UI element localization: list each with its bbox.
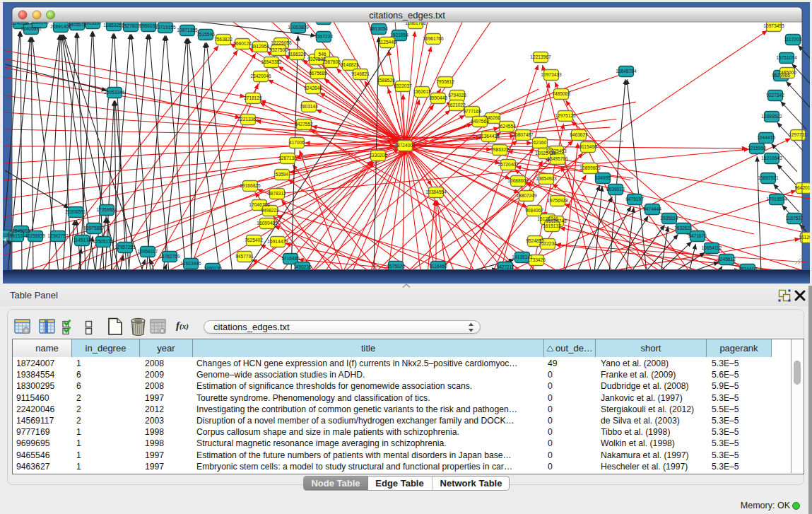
svg-text:1575026: 1575026 — [387, 264, 405, 269]
svg-text:8938913: 8938913 — [606, 187, 625, 192]
svg-text:10654112: 10654112 — [702, 245, 722, 250]
svg-text:15720407: 15720407 — [498, 162, 519, 167]
svg-text:12213369: 12213369 — [237, 117, 259, 122]
svg-text:10719155: 10719155 — [155, 25, 176, 30]
svg-text:8471676: 8471676 — [688, 233, 707, 238]
svg-text:9474444: 9474444 — [643, 206, 661, 211]
svg-text:5675685: 5675685 — [309, 71, 327, 76]
svg-text:9327500: 9327500 — [269, 47, 288, 52]
svg-text:1145134: 1145134 — [73, 238, 91, 243]
svg-text:12213967: 12213967 — [530, 54, 551, 59]
svg-text:12342757: 12342757 — [47, 233, 69, 238]
svg-text:3624554: 3624554 — [498, 124, 516, 129]
svg-text:1921854: 1921854 — [390, 33, 408, 37]
svg-text:1527602: 1527602 — [122, 23, 140, 28]
svg-text:1615132: 1615132 — [543, 223, 561, 228]
svg-text:10688609: 10688609 — [507, 178, 529, 183]
svg-text:1490236: 1490236 — [293, 264, 312, 269]
svg-text:9146821: 9146821 — [351, 71, 370, 76]
svg-text:19756928: 19756928 — [547, 198, 568, 203]
svg-text:3267130: 3267130 — [278, 156, 297, 160]
svg-text:12505135: 12505135 — [93, 239, 114, 244]
svg-text:10958117: 10958117 — [138, 249, 158, 254]
svg-text:417006: 417006 — [289, 140, 305, 145]
svg-text:12923446: 12923446 — [180, 261, 201, 266]
svg-text:9245612: 9245612 — [717, 257, 736, 262]
svg-text:15692921: 15692921 — [758, 175, 779, 180]
svg-text:12975125: 12975125 — [555, 113, 576, 118]
svg-text:19384554: 19384554 — [425, 189, 447, 194]
svg-text:546: 546 — [318, 52, 326, 57]
svg-text:5878312: 5878312 — [268, 191, 286, 196]
svg-text:6479197: 6479197 — [625, 197, 644, 201]
svg-text:17957255: 17957255 — [114, 245, 136, 250]
svg-text:11156829: 11156829 — [25, 233, 46, 238]
svg-text:16543382: 16543382 — [261, 59, 282, 64]
svg-text:10025438: 10025438 — [535, 151, 556, 156]
svg-text:12093522: 12093522 — [761, 114, 782, 119]
svg-text:2330205: 2330205 — [369, 153, 387, 158]
svg-text:21364436: 21364436 — [478, 134, 500, 139]
svg-text:53594: 53594 — [276, 172, 289, 177]
svg-text:16648784: 16648784 — [616, 69, 637, 74]
svg-text:62160: 62160 — [534, 140, 547, 145]
svg-text:26053346: 26053346 — [104, 90, 125, 95]
svg-text:16782759: 16782759 — [159, 254, 180, 259]
svg-text:6794028: 6794028 — [448, 93, 466, 98]
svg-text:9660124: 9660124 — [233, 41, 252, 46]
svg-text:13495796: 13495796 — [547, 156, 568, 161]
svg-text:1733426: 1733426 — [527, 257, 546, 262]
svg-text:104995: 104995 — [595, 175, 611, 180]
svg-text:1244415: 1244415 — [757, 135, 775, 140]
svg-text:10053809: 10053809 — [288, 25, 309, 30]
svg-text:16914479: 16914479 — [267, 239, 288, 244]
svg-text:citations_edges.txt: citations_edges.txt — [369, 10, 445, 21]
svg-text:2522234: 2522234 — [539, 241, 557, 246]
svg-text:2718126: 2718126 — [244, 95, 262, 100]
svg-text:9457791: 9457791 — [235, 254, 254, 259]
svg-text:7485000: 7485000 — [778, 70, 796, 75]
svg-text:1621022: 1621022 — [447, 103, 466, 107]
svg-text:93975887: 93975887 — [83, 226, 105, 230]
svg-text:1117203: 1117203 — [784, 37, 802, 42]
svg-text:2935114: 2935114 — [660, 216, 678, 221]
svg-text:9498222: 9498222 — [261, 208, 279, 213]
svg-text:7515546: 7515546 — [196, 32, 215, 37]
svg-text:3215958: 3215958 — [748, 146, 766, 151]
svg-text:10973493: 10973493 — [763, 23, 784, 28]
svg-text:9777169: 9777169 — [463, 109, 481, 114]
svg-text:10807487: 10807487 — [512, 132, 534, 137]
svg-text:1588520: 1588520 — [377, 78, 395, 83]
svg-text:1362615: 1362615 — [413, 89, 431, 94]
svg-text:8427552: 8427552 — [295, 122, 313, 127]
svg-text:7803144: 7803144 — [300, 104, 318, 109]
svg-text:19166825: 19166825 — [240, 183, 261, 188]
svg-text:7357224: 7357224 — [314, 34, 333, 39]
svg-text:9146821: 9146821 — [341, 62, 359, 67]
svg-text:9242848: 9242848 — [304, 86, 322, 90]
svg-text:18724007: 18724007 — [394, 143, 416, 148]
svg-text:9084067: 9084067 — [525, 208, 543, 213]
svg-text:9116460: 9116460 — [429, 264, 447, 269]
svg-text:16961766: 16961766 — [423, 36, 444, 41]
svg-text:7632621: 7632621 — [674, 226, 693, 230]
svg-text:2845061: 2845061 — [12, 228, 30, 233]
svg-text:10973433: 10973433 — [541, 72, 562, 77]
svg-text:16099485: 16099485 — [257, 221, 278, 226]
svg-text:23420046: 23420046 — [250, 74, 271, 78]
svg-text:9227342: 9227342 — [766, 93, 784, 98]
svg-text:17046766: 17046766 — [249, 202, 270, 207]
svg-text:2367608: 2367608 — [322, 59, 341, 64]
svg-text:12226058: 12226058 — [271, 40, 292, 45]
svg-text:10671355: 10671355 — [177, 28, 198, 33]
svg-text:6463627: 6463627 — [570, 132, 588, 137]
svg-text:9115460: 9115460 — [579, 144, 597, 149]
svg-text:5716485: 5716485 — [281, 256, 300, 261]
svg-text:7986322: 7986322 — [490, 147, 509, 152]
svg-text:10899605: 10899605 — [579, 165, 601, 170]
svg-text:8186328: 8186328 — [288, 52, 306, 57]
svg-text:1612074: 1612074 — [799, 235, 810, 240]
svg-text:8813054: 8813054 — [370, 26, 388, 31]
svg-text:1167537: 1167537 — [785, 216, 804, 221]
svg-text:17016514: 17016514 — [766, 197, 787, 201]
